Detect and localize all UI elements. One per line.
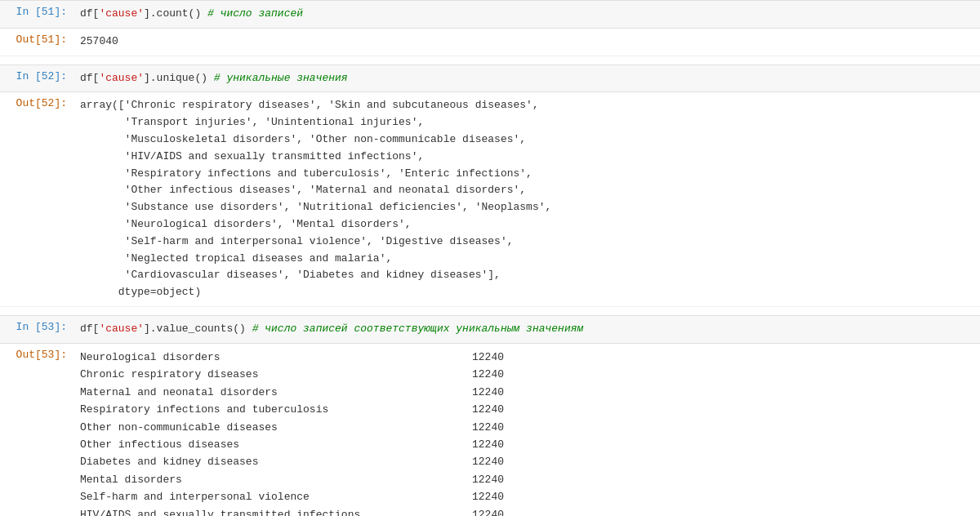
value-count-num-3: 12240 (472, 401, 504, 418)
input-content-52[interactable]: df['cause'].unique() # уникальные значен… (74, 65, 980, 92)
input-label-52: In [52]: (0, 65, 74, 92)
cell-spacer (0, 56, 980, 64)
array-line-0: array(['Chronic respiratory diseases', '… (80, 97, 973, 114)
value-count-num-2: 12240 (472, 384, 504, 401)
input-cell-53[interactable]: In [53]:df['cause'].value_counts() # чис… (0, 315, 980, 344)
value-count-name-7: Mental disorders (80, 471, 472, 488)
output-label-53: Out[53]: (0, 344, 74, 516)
value-count-num-7: 12240 (472, 471, 504, 488)
value-count-num-5: 12240 (472, 436, 504, 453)
code-comment: # число записей соответствующих уникальн… (252, 322, 584, 335)
output-value: 257040 (80, 35, 118, 47)
value-count-row-2: Maternal and neonatal disorders12240 (80, 384, 973, 401)
code-prefix: df[ (80, 7, 99, 20)
code-comment: # уникальные значения (214, 72, 348, 84)
code-suffix: ].unique() (144, 72, 214, 84)
value-count-row-3: Respiratory infections and tuberculosis1… (80, 401, 973, 418)
input-content-51[interactable]: df['cause'].count() # число записей (74, 1, 980, 28)
value-count-name-5: Other infectious diseases (80, 436, 472, 453)
value-count-num-0: 12240 (472, 349, 504, 366)
output-label-51: Out[51]: (0, 29, 74, 56)
value-count-name-9: HIV/AIDS and sexually transmitted infect… (80, 506, 472, 516)
value-count-num-9: 12240 (472, 506, 504, 516)
input-cell-52[interactable]: In [52]:df['cause'].unique() # уникальны… (0, 64, 980, 93)
input-content-53[interactable]: df['cause'].value_counts() # число запис… (74, 316, 980, 343)
array-line-11: dtype=object) (80, 284, 973, 301)
value-count-name-2: Maternal and neonatal disorders (80, 384, 472, 401)
code-line: df['cause'].count() # число записей (80, 6, 973, 23)
input-label-51: In [51]: (0, 1, 74, 28)
value-count-row-8: Self-harm and interpersonal violence1224… (80, 488, 973, 505)
array-line-6: 'Substance use disorders', 'Nutritional … (80, 199, 973, 216)
cell-spacer (0, 307, 980, 315)
value-count-num-6: 12240 (472, 453, 504, 470)
value-count-name-6: Diabetes and kidney diseases (80, 453, 472, 470)
value-count-row-1: Chronic respiratory diseases12240 (80, 366, 973, 383)
code-string: 'cause' (99, 7, 144, 20)
array-line-1: 'Transport injuries', 'Unintentional inj… (80, 114, 973, 131)
array-line-8: 'Self-harm and interpersonal violence', … (80, 234, 973, 251)
value-count-row-6: Diabetes and kidney diseases12240 (80, 453, 973, 470)
output-cell-51: Out[51]:257040 (0, 29, 980, 56)
output-cell-52: Out[52]:array(['Chronic respiratory dise… (0, 92, 980, 307)
value-count-name-0: Neurological disorders (80, 349, 472, 366)
array-line-5: 'Other infectious diseases', 'Maternal a… (80, 182, 973, 199)
value-count-row-9: HIV/AIDS and sexually transmitted infect… (80, 506, 973, 516)
array-line-9: 'Neglected tropical diseases and malaria… (80, 251, 973, 268)
output-content-52: array(['Chronic respiratory diseases', '… (74, 92, 980, 306)
code-prefix: df[ (80, 72, 99, 84)
output-content-51: 257040 (74, 29, 980, 56)
input-cell-51[interactable]: In [51]:df['cause'].count() # число запи… (0, 0, 980, 29)
value-count-num-4: 12240 (472, 419, 504, 436)
value-count-num-1: 12240 (472, 366, 504, 383)
value-count-row-5: Other infectious diseases12240 (80, 436, 973, 453)
value-count-num-8: 12240 (472, 488, 504, 505)
code-line: df['cause'].value_counts() # число запис… (80, 321, 973, 338)
code-suffix: ].value_counts() (144, 322, 252, 335)
array-line-3: 'HIV/AIDS and sexually transmitted infec… (80, 149, 973, 166)
code-prefix: df[ (80, 322, 99, 335)
code-string: 'cause' (99, 322, 144, 335)
value-count-row-7: Mental disorders12240 (80, 471, 973, 488)
output-label-52: Out[52]: (0, 92, 74, 306)
code-comment: # число записей (207, 7, 303, 20)
value-count-row-4: Other non-communicable diseases12240 (80, 419, 973, 436)
code-string: 'cause' (99, 72, 144, 84)
value-count-row-0: Neurological disorders12240 (80, 349, 973, 366)
output-cell-53: Out[53]:Neurological disorders12240Chron… (0, 344, 980, 516)
notebook: In [51]:df['cause'].count() # число запи… (0, 0, 980, 516)
code-line: df['cause'].unique() # уникальные значен… (80, 70, 973, 87)
value-count-name-8: Self-harm and interpersonal violence (80, 488, 472, 505)
input-label-53: In [53]: (0, 316, 74, 343)
array-line-4: 'Respiratory infections and tuberculosis… (80, 166, 973, 183)
array-line-10: 'Cardiovascular diseases', 'Diabetes and… (80, 267, 973, 284)
array-line-2: 'Musculoskeletal disorders', 'Other non-… (80, 131, 973, 149)
value-count-name-3: Respiratory infections and tuberculosis (80, 401, 472, 418)
value-count-name-1: Chronic respiratory diseases (80, 366, 472, 383)
code-suffix: ].count() (144, 7, 207, 20)
array-line-7: 'Neurological disorders', 'Mental disord… (80, 216, 973, 234)
output-content-53: Neurological disorders12240Chronic respi… (74, 344, 980, 516)
value-count-name-4: Other non-communicable diseases (80, 419, 472, 436)
